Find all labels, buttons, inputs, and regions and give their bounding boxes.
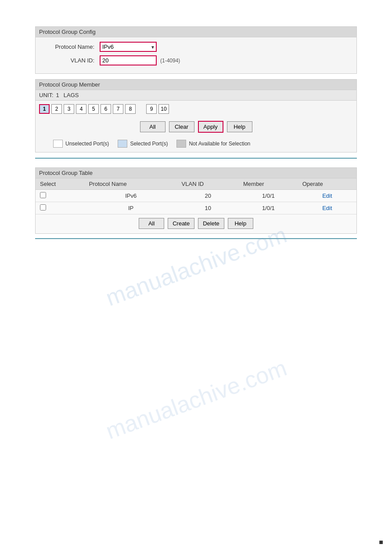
legend-row: Unselected Port(s) Selected Port(s) Not … [36, 137, 356, 152]
member-section-header: Protocol Group Member [36, 80, 356, 90]
unit-number: 1 [56, 92, 59, 98]
member-action-row: All Clear Apply Help [36, 117, 356, 137]
unselected-label: Unselected Port(s) [65, 141, 109, 147]
vlan-id-input[interactable] [100, 55, 157, 65]
row2-checkbox[interactable] [40, 204, 46, 210]
table-help-button[interactable]: Help [228, 218, 253, 229]
row2-operate[interactable]: Edit [298, 202, 356, 214]
member-section: Protocol Group Member UNIT: 1 LAGS 1 2 3… [35, 79, 357, 152]
table-create-button[interactable]: Create [168, 218, 194, 229]
config-section: Protocol Group Config Protocol Name: IPv… [35, 26, 357, 74]
protocol-name-select[interactable]: IPv6 IP ARP IPX [100, 42, 157, 52]
protocol-name-row: Protocol Name: IPv6 IP ARP IPX ▼ [43, 42, 349, 52]
unselected-icon [53, 140, 63, 148]
table-section-header: Protocol Group Table [36, 168, 356, 178]
table-action-row: All Create Delete Help [36, 214, 356, 233]
port-btn-6[interactable]: 6 [101, 104, 111, 114]
port-btn-9[interactable]: 9 [146, 104, 157, 114]
watermark2: manualachive.com [102, 355, 290, 445]
col-operate: Operate [298, 178, 356, 190]
unit-row: UNIT: 1 LAGS [36, 90, 356, 101]
legend-selected: Selected Port(s) [118, 140, 168, 148]
separator-1 [35, 158, 357, 159]
row1-protocol-name: IPv6 [85, 190, 177, 202]
apply-button[interactable]: Apply [198, 121, 223, 133]
table-all-button[interactable]: All [139, 218, 164, 229]
port-btn-7[interactable]: 7 [113, 104, 123, 114]
row2-protocol-name: IP [85, 202, 177, 214]
port-btn-8[interactable]: 8 [125, 104, 136, 114]
selected-icon [118, 140, 127, 148]
col-vlan-id: VLAN ID [177, 178, 239, 190]
unavailable-label: Not Available for Selection [189, 141, 250, 147]
port-btn-3[interactable]: 3 [64, 104, 74, 114]
col-member: Member [239, 178, 298, 190]
port-btn-4[interactable]: 4 [76, 104, 86, 114]
vlan-id-hint: (1-4094) [160, 58, 180, 64]
row1-select-cell[interactable] [36, 190, 85, 202]
config-section-header: Protocol Group Config [36, 27, 356, 37]
row1-vlan-id: 20 [177, 190, 239, 202]
row2-vlan-id: 10 [177, 202, 239, 214]
protocol-name-select-wrapper[interactable]: IPv6 IP ARP IPX ▼ [100, 42, 157, 52]
config-section-body: Protocol Name: IPv6 IP ARP IPX ▼ VLAN ID… [36, 37, 356, 73]
unavailable-icon [176, 140, 186, 148]
port-row: 1 2 3 4 5 6 7 8 9 10 [36, 101, 356, 117]
row1-edit-link[interactable]: Edit [322, 192, 332, 199]
all-button[interactable]: All [140, 121, 165, 132]
port-btn-2[interactable]: 2 [51, 104, 62, 114]
unit-label: UNIT: [39, 92, 54, 98]
table-row: IPv6 20 1/0/1 Edit [36, 190, 356, 202]
port-btn-1[interactable]: 1 [39, 104, 50, 114]
protocol-table: Select Protocol Name VLAN ID Member Oper… [36, 178, 356, 214]
clear-button[interactable]: Clear [169, 121, 194, 132]
selected-label: Selected Port(s) [130, 141, 168, 147]
watermark: manualachive.com [102, 221, 290, 312]
port-btn-5[interactable]: 5 [88, 104, 99, 114]
separator-2 [35, 238, 357, 239]
legend-unavailable: Not Available for Selection [176, 140, 250, 148]
table-row: IP 10 1/0/1 Edit [36, 202, 356, 214]
vlan-id-row: VLAN ID: (1-4094) [43, 55, 349, 65]
vlan-id-label: VLAN ID: [43, 57, 100, 64]
page-wrapper: Protocol Group Config Protocol Name: IPv… [0, 0, 392, 555]
table-header-row: Select Protocol Name VLAN ID Member Oper… [36, 178, 356, 190]
legend-unselected: Unselected Port(s) [53, 140, 109, 148]
row1-operate[interactable]: Edit [298, 190, 356, 202]
row2-select-cell[interactable] [36, 202, 85, 214]
port-btn-10[interactable]: 10 [158, 104, 169, 114]
row1-checkbox[interactable] [40, 192, 46, 198]
table-delete-button[interactable]: Delete [198, 218, 224, 229]
col-protocol-name: Protocol Name [85, 178, 177, 190]
lags-label: LAGS [64, 92, 79, 98]
row2-member: 1/0/1 [239, 202, 298, 214]
row1-member: 1/0/1 [239, 190, 298, 202]
dot-indicator: ■ [379, 538, 383, 546]
row2-edit-link[interactable]: Edit [322, 205, 332, 211]
table-section: Protocol Group Table Select Protocol Nam… [35, 167, 357, 234]
help-button[interactable]: Help [227, 121, 252, 132]
col-select: Select [36, 178, 85, 190]
protocol-name-label: Protocol Name: [43, 44, 100, 50]
